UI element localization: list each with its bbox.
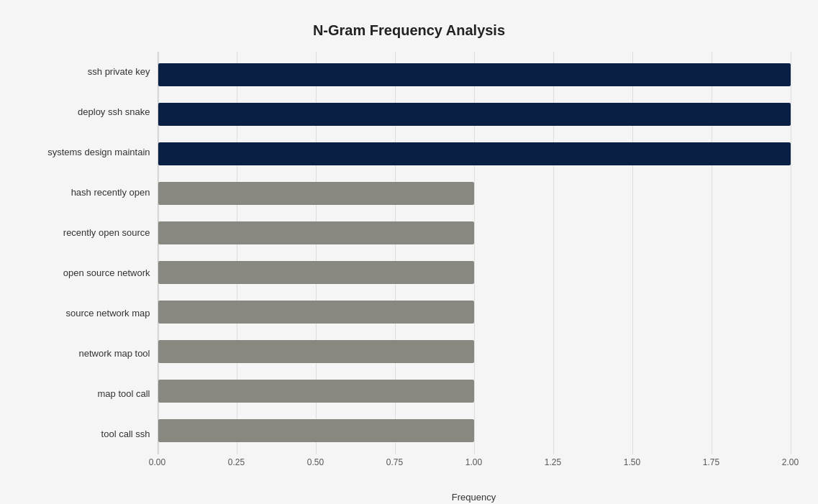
x-tick: 1.25 <box>545 457 561 467</box>
x-tick: 2.00 <box>782 457 799 467</box>
y-label: source network map <box>28 295 150 331</box>
chart-container: N-Gram Frequency Analysis ssh private ke… <box>14 8 805 497</box>
bar-row <box>158 57 791 93</box>
bar-row <box>158 334 791 370</box>
y-label: hash recently open <box>28 175 150 211</box>
bar <box>158 221 475 244</box>
x-tick: 0.50 <box>307 457 324 467</box>
y-label: tool call ssh <box>28 416 150 452</box>
bar <box>158 301 475 324</box>
bar <box>158 182 475 205</box>
y-label: systems design maintain <box>28 134 150 170</box>
bar-row <box>158 215 791 251</box>
grid-line <box>791 52 791 454</box>
bar <box>158 340 475 363</box>
bar-row <box>158 294 791 330</box>
bar-row <box>158 373 791 409</box>
y-label: deploy ssh snake <box>28 94 150 130</box>
bar <box>158 63 791 86</box>
x-tick: 1.75 <box>703 457 719 467</box>
plot-area <box>158 52 791 454</box>
bar <box>158 142 791 165</box>
bar <box>158 419 475 442</box>
bar-row <box>158 413 791 449</box>
y-label: open source network <box>28 255 150 291</box>
bar-row <box>158 175 791 211</box>
y-axis: ssh private keydeploy ssh snakesystems d… <box>28 52 158 454</box>
bar-row <box>158 255 791 290</box>
bar <box>158 261 475 284</box>
x-tick: 1.00 <box>465 457 482 467</box>
bar <box>158 380 475 403</box>
y-label: network map tool <box>28 336 150 372</box>
chart-title: N-Gram Frequency Analysis <box>28 22 791 39</box>
y-label: map tool call <box>28 376 150 412</box>
x-axis-label: Frequency <box>158 492 791 503</box>
bar-row <box>158 136 791 172</box>
bar <box>158 103 791 126</box>
x-tick: 0.25 <box>228 457 245 467</box>
y-label: recently open source <box>28 215 150 251</box>
bar-row <box>158 96 791 132</box>
x-tick: 1.50 <box>624 457 640 467</box>
x-tick: 0.75 <box>386 457 403 467</box>
y-label: ssh private key <box>28 54 150 90</box>
x-tick: 0.00 <box>149 457 165 467</box>
